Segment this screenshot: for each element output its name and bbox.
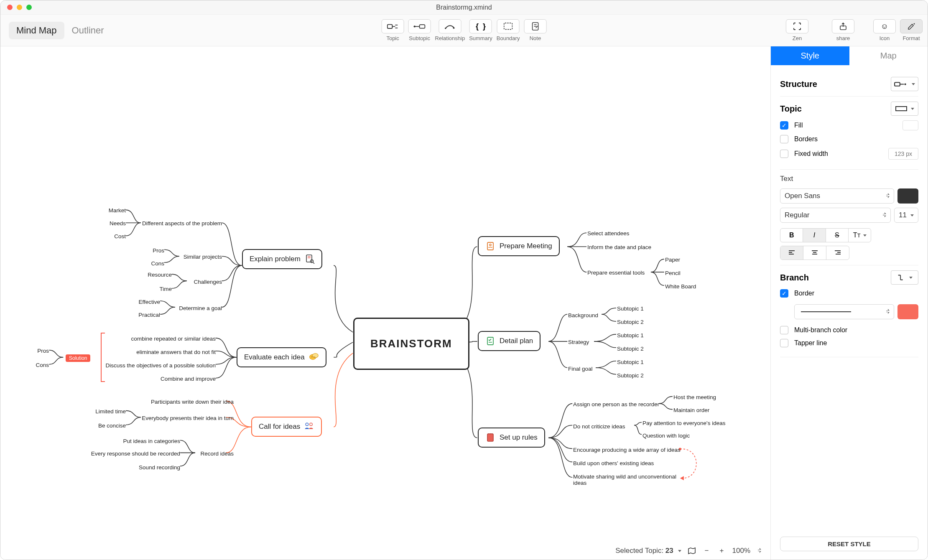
font-family-select[interactable]: Open Sans [780, 188, 894, 204]
minimize-icon[interactable] [17, 5, 22, 10]
topic-detail-plan[interactable]: Detail plan [478, 331, 540, 351]
canvas[interactable]: BRAINSTORM Prepare Meeting Select attend… [0, 46, 770, 560]
mini-node[interactable]: Different aspects of the problem [142, 220, 222, 227]
mini-node[interactable]: Cost [114, 233, 126, 239]
tapper-line-checkbox[interactable] [780, 339, 788, 347]
topic-prepare-meeting[interactable]: Prepare Meeting [478, 236, 560, 256]
mini-node[interactable]: Combine and improve [161, 376, 216, 382]
mini-node[interactable]: Participants write down their idea [151, 399, 234, 405]
mini-node[interactable]: Subtopic 1 [617, 359, 644, 365]
mini-node[interactable]: Similar projects [184, 254, 222, 260]
mini-node[interactable]: Discuss the objectives of a possible sol… [106, 362, 216, 369]
align-left-button[interactable] [780, 246, 803, 260]
mini-node[interactable]: Do not criticize ideas [573, 423, 625, 430]
font-size-select[interactable]: 11 [894, 208, 918, 223]
mini-node[interactable]: Record ideas [200, 451, 234, 457]
mini-node[interactable]: Host the meeting [673, 394, 716, 400]
mini-node[interactable]: Needs [110, 220, 126, 227]
tab-mindmap[interactable]: Mind Map [9, 22, 64, 39]
border-checkbox[interactable] [780, 289, 788, 298]
icon-panel-button[interactable]: ☺ Icon [873, 19, 896, 41]
note-button[interactable]: Note [524, 19, 546, 41]
mini-node[interactable]: Cons [151, 260, 164, 267]
mini-node[interactable]: combine repeated or similar ideas [131, 336, 216, 342]
mini-node[interactable]: Limited time [95, 408, 126, 415]
bold-button[interactable]: B [780, 229, 803, 242]
multi-branch-checkbox[interactable] [780, 326, 788, 334]
mini-node[interactable]: Market [109, 207, 126, 214]
zen-button[interactable]: Zen [786, 19, 808, 41]
maximize-icon[interactable] [26, 5, 32, 10]
share-button[interactable]: share [832, 19, 854, 41]
mini-node[interactable]: Final goal [568, 366, 593, 372]
mini-node[interactable]: Everybody presents their idea in turn [142, 415, 234, 421]
topic-button[interactable]: Topic [382, 19, 404, 41]
border-color-chip[interactable] [897, 304, 918, 319]
borders-checkbox[interactable] [780, 135, 788, 143]
mini-node[interactable]: Subtopic 1 [617, 305, 644, 312]
mini-node[interactable]: Pencil [665, 270, 681, 276]
mini-node[interactable]: Put ideas in categories [123, 438, 180, 444]
format-panel-button[interactable]: Format [900, 19, 923, 41]
central-topic[interactable]: BRAINSTORM [353, 318, 469, 370]
mini-node[interactable]: Subtopic 2 [617, 346, 644, 352]
map-overview-icon[interactable] [687, 546, 696, 555]
mini-node[interactable]: Maintain order [673, 407, 709, 413]
mini-node[interactable]: Subtopic 1 [617, 332, 644, 339]
fill-checkbox[interactable] [780, 121, 788, 130]
mini-node[interactable]: Paper [665, 257, 680, 263]
fixed-width-input[interactable] [888, 148, 918, 160]
zoom-stepper-icon[interactable] [756, 547, 761, 555]
mini-node[interactable]: Time [160, 286, 172, 292]
boundary-button[interactable]: Boundary [497, 19, 520, 41]
mini-node[interactable]: Subtopic 2 [617, 319, 644, 325]
zoom-in-button[interactable]: + [717, 546, 727, 555]
structure-select[interactable] [891, 77, 918, 91]
text-color-chip[interactable] [897, 188, 918, 204]
mini-node[interactable]: Challenges [194, 279, 222, 285]
font-weight-select[interactable]: Regular [780, 208, 891, 223]
border-line-select[interactable] [794, 304, 894, 319]
topic-evaluate-idea[interactable]: Evaluate each idea [237, 347, 326, 367]
relationship-button[interactable]: Relationship [435, 19, 465, 41]
topic-setup-rules[interactable]: Set up rules [478, 428, 545, 448]
chevron-down-icon[interactable] [676, 547, 681, 555]
tab-map[interactable]: Map [849, 46, 928, 65]
mini-node[interactable]: Assign one person as the recorder [573, 401, 659, 407]
reset-style-button[interactable]: RESET STYLE [780, 537, 918, 551]
mini-node[interactable]: White Board [665, 283, 696, 290]
branch-style-select[interactable] [891, 270, 918, 285]
mini-node[interactable]: Motivate sharing wild and unconventional… [573, 473, 678, 486]
mini-node[interactable]: Build upon others' existing ideas [573, 460, 654, 466]
topic-explain-problem[interactable]: Explain problem [242, 249, 322, 269]
mini-node[interactable]: Strategy [568, 339, 589, 345]
fixed-width-checkbox[interactable] [780, 150, 788, 158]
mini-node[interactable]: eliminate answers that do not fit [136, 349, 216, 355]
mini-node[interactable]: Resource [148, 272, 172, 278]
mini-node[interactable]: Pay attention to everyone's ideas [642, 420, 725, 426]
topic-shape-select[interactable] [891, 102, 918, 116]
mini-node[interactable]: Pros [37, 348, 49, 354]
strike-button[interactable]: S [826, 229, 849, 242]
zoom-out-button[interactable]: − [702, 546, 711, 555]
mini-node[interactable]: Inform the date and place [587, 244, 651, 250]
tab-style[interactable]: Style [771, 46, 849, 65]
italic-button[interactable]: I [803, 229, 826, 242]
mini-node[interactable]: Background [568, 312, 598, 318]
close-icon[interactable] [7, 5, 13, 10]
text-case-button[interactable]: TT [849, 229, 871, 242]
mini-node[interactable]: Cons [36, 362, 49, 368]
mini-node[interactable]: Encourage producing a wide array of idea… [573, 447, 681, 453]
solution-tag[interactable]: Solution [66, 354, 90, 362]
align-right-button[interactable] [826, 246, 849, 260]
mini-node[interactable]: Select attendees [587, 230, 630, 237]
mini-node[interactable]: Every response should be recorded [91, 451, 180, 457]
align-center-button[interactable] [803, 246, 826, 260]
mini-node[interactable]: Be concise [98, 423, 126, 429]
mini-node[interactable]: Determine a goal [179, 305, 222, 311]
mini-node[interactable]: Sound recording [139, 464, 180, 471]
mini-node[interactable]: Question with logic [642, 433, 690, 439]
mini-node[interactable]: Pros [153, 247, 164, 254]
subtopic-button[interactable]: Subtopic [408, 19, 431, 41]
mini-node[interactable]: Prepare essential tools [587, 270, 645, 276]
